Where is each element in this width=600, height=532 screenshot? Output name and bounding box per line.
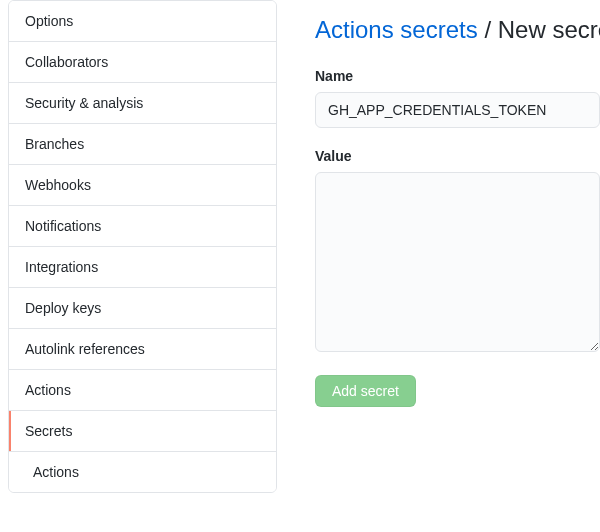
- page-heading: Actions secrets / New secret: [315, 16, 600, 44]
- sidebar-item-label: Notifications: [25, 218, 101, 234]
- form-group-value: Value: [315, 148, 600, 355]
- main-content: Actions secrets / New secret Name Value …: [285, 0, 600, 532]
- sidebar-item-label: Branches: [25, 136, 84, 152]
- value-label: Value: [315, 148, 600, 164]
- sidebar-item-secrets[interactable]: Secrets: [9, 411, 276, 452]
- settings-sidebar-list: Options Collaborators Security & analysi…: [8, 0, 277, 493]
- sidebar-item-actions[interactable]: Actions: [9, 370, 276, 411]
- heading-subtitle: New secret: [498, 16, 600, 43]
- add-secret-button-label: Add secret: [332, 383, 399, 399]
- add-secret-button[interactable]: Add secret: [315, 375, 416, 407]
- sidebar-item-security-analysis[interactable]: Security & analysis: [9, 83, 276, 124]
- sidebar-item-label: Integrations: [25, 259, 98, 275]
- sidebar-item-options[interactable]: Options: [9, 1, 276, 42]
- sidebar-item-label: Collaborators: [25, 54, 108, 70]
- secret-name-input[interactable]: [315, 92, 600, 128]
- sidebar-item-label: Security & analysis: [25, 95, 143, 111]
- sidebar-item-label: Autolink references: [25, 341, 145, 357]
- sidebar-item-webhooks[interactable]: Webhooks: [9, 165, 276, 206]
- sidebar-item-secrets-actions[interactable]: Actions: [9, 452, 276, 492]
- sidebar-item-label: Actions: [33, 464, 79, 480]
- sidebar-item-branches[interactable]: Branches: [9, 124, 276, 165]
- name-label: Name: [315, 68, 600, 84]
- form-group-name: Name: [315, 68, 600, 128]
- sidebar-item-label: Webhooks: [25, 177, 91, 193]
- heading-link-actions-secrets[interactable]: Actions secrets: [315, 16, 478, 43]
- sidebar-item-collaborators[interactable]: Collaborators: [9, 42, 276, 83]
- sidebar-item-label: Secrets: [25, 423, 72, 439]
- sidebar-item-autolink-references[interactable]: Autolink references: [9, 329, 276, 370]
- secret-value-textarea[interactable]: [315, 172, 600, 352]
- sidebar-item-notifications[interactable]: Notifications: [9, 206, 276, 247]
- sidebar-item-label: Actions: [25, 382, 71, 398]
- heading-separator: /: [478, 16, 498, 43]
- sidebar-item-label: Deploy keys: [25, 300, 101, 316]
- settings-sidebar: Options Collaborators Security & analysi…: [0, 0, 285, 532]
- sidebar-item-label: Options: [25, 13, 73, 29]
- sidebar-item-integrations[interactable]: Integrations: [9, 247, 276, 288]
- sidebar-item-deploy-keys[interactable]: Deploy keys: [9, 288, 276, 329]
